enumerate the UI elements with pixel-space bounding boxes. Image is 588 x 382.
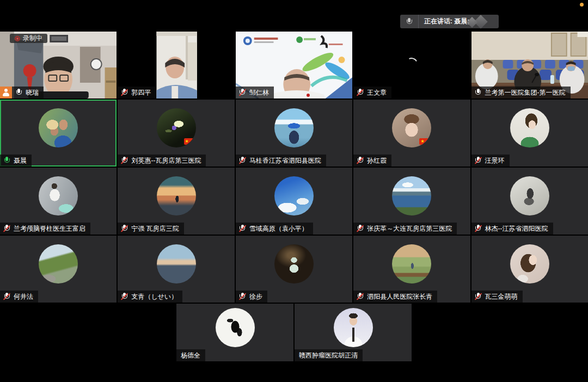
- avatar: [39, 176, 78, 215]
- nametag: 泗阳县人民医院张长青: [353, 291, 437, 303]
- participant-tile-wasanjinmengmeng[interactable]: 瓦三金萌萌: [471, 236, 588, 303]
- avatar: [39, 244, 78, 284]
- recording-badge: 录制中: [10, 34, 47, 43]
- avatar: [510, 176, 549, 215]
- participant-tile-ningqiang[interactable]: 宁强 瓦房店三院: [118, 168, 234, 235]
- participant-tile-liuyinghui[interactable]: 刘英惠--瓦房店第三医院: [118, 100, 234, 167]
- participant-tile-xiaorui[interactable]: 录制中 晓瑞: [0, 32, 117, 98]
- participant-tile-guosiping[interactable]: 郭四平: [118, 32, 234, 98]
- participant-name: 何井法: [14, 292, 33, 301]
- meeting-window: 正在讲话: 聂晨;: [0, 0, 588, 382]
- participant-name: 瓦三金萌萌: [485, 292, 518, 301]
- avatar: [510, 244, 549, 284]
- mic-muted-icon: [357, 225, 364, 232]
- participant-name: 杨德全: [181, 351, 200, 360]
- record-icon: [15, 36, 20, 41]
- mic-muted-icon: [239, 225, 246, 232]
- recording-label: 录制中: [23, 34, 42, 43]
- nametag: 孙红霞: [353, 155, 391, 167]
- participant-tile-wangjinghuan[interactable]: 汪景环: [471, 100, 588, 167]
- avatar: [216, 308, 255, 347]
- participant-name: 刘英惠--瓦房店第三医院: [131, 156, 201, 165]
- participant-tile-wangwenzhang[interactable]: 王文章: [353, 32, 470, 98]
- microphone-icon: [400, 15, 419, 28]
- connecting-spinner-icon: [404, 56, 419, 71]
- nametag: 马桂香江苏省泗阳县医院: [236, 155, 326, 167]
- participant-tile-xueyugaoyuan[interactable]: 雪域高原（袁小平）: [236, 168, 352, 235]
- participant-name: 兰考颅脑脊柱医生王富启: [14, 224, 85, 233]
- china-flag-badge: [184, 138, 193, 145]
- nametag: 徐步: [236, 291, 267, 303]
- now-speaking-banner[interactable]: 正在讲话: 聂晨;: [400, 15, 499, 28]
- nametag: 聂晨: [0, 155, 32, 167]
- avatar: [274, 176, 314, 215]
- participant-name: 张庆革～大连瓦房店第三医院: [367, 224, 452, 233]
- avatar: [157, 176, 196, 215]
- avatar: [274, 108, 314, 147]
- mic-muted-icon: [239, 293, 246, 300]
- participant-name: 汪景环: [485, 156, 505, 165]
- participant-name: 王文章: [367, 88, 387, 97]
- nametag: 杨德全: [176, 349, 205, 361]
- participant-name: 晓瑞: [26, 88, 39, 97]
- host-icon: [0, 87, 12, 98]
- nametag: 兰考第一医院集团-第一医院: [471, 87, 571, 98]
- participant-tile-sunhongxia[interactable]: 孙红霞: [353, 100, 470, 167]
- mic-muted-icon: [121, 225, 128, 232]
- now-speaking-text: 正在讲话: 聂晨;: [419, 17, 469, 26]
- participant-name: 马桂香江苏省泗阳县医院: [249, 156, 321, 165]
- mic-muted-icon: [357, 293, 364, 300]
- participant-name: 郭四平: [131, 88, 151, 97]
- mic-on-icon: [15, 89, 22, 96]
- mic-muted-icon: [475, 225, 482, 232]
- participant-name: 兰考第一医院集团-第一医院: [485, 88, 566, 97]
- mic-muted-icon: [475, 293, 482, 300]
- avatar: [157, 244, 196, 284]
- mic-muted-icon: [3, 225, 10, 232]
- nametag: 瓦三金萌萌: [471, 291, 523, 303]
- participant-tile-huzhengqing[interactable]: 赣西肿瘤医院胡正清: [295, 304, 412, 361]
- participant-tile-zhangqingge[interactable]: 张庆革～大连瓦房店第三医院: [353, 168, 470, 235]
- participant-name: 支青（しせい）: [131, 292, 177, 301]
- participant-name: 邹仁林: [249, 88, 269, 97]
- nametag: 邹仁林: [236, 87, 274, 98]
- nametag: 兰考颅脑脊柱医生王富启: [0, 223, 90, 235]
- participant-name: 孙红霞: [367, 156, 387, 165]
- participant-tile-zhangchangqing[interactable]: 泗阳县人民医院张长青: [353, 236, 470, 303]
- mic-muted-icon: [121, 89, 128, 96]
- mic-muted-icon: [357, 157, 364, 164]
- participant-name: 宁强 瓦房店三院: [131, 224, 179, 233]
- participant-tile-lankao-hospital[interactable]: 兰考第一医院集团-第一医院: [471, 32, 588, 98]
- participant-tile-hejingfa[interactable]: 何井法: [0, 236, 117, 303]
- nametag: 何井法: [0, 291, 38, 303]
- participant-grid: 录制中 晓瑞 郭四平: [0, 32, 588, 303]
- mic-active-icon: [3, 157, 10, 164]
- avatar: [392, 176, 431, 215]
- participant-tile-linjie[interactable]: 林杰--江苏省泗阳医院: [471, 168, 588, 235]
- nametag: 宁强 瓦房店三院: [118, 223, 183, 235]
- nametag: 郭四平: [118, 87, 156, 98]
- nametag: 支青（しせい）: [118, 291, 182, 303]
- mic-muted-icon: [3, 293, 10, 300]
- nametag: 晓瑞: [0, 87, 44, 98]
- avatar: [39, 108, 78, 147]
- participant-tile-wangfuqi[interactable]: 兰考颅脑脊柱医生王富启: [0, 168, 117, 235]
- participant-name: 赣西肿瘤医院胡正清: [299, 351, 358, 360]
- avatar: [157, 108, 196, 147]
- nametag: 雪域高原（袁小平）: [236, 223, 313, 235]
- china-flag-badge: [419, 138, 428, 145]
- participant-tile-niechen[interactable]: 聂晨: [0, 100, 117, 167]
- participant-tile-xubu[interactable]: 徐步: [236, 236, 352, 303]
- participant-tile-yangdequan[interactable]: 杨德全: [176, 304, 293, 361]
- participant-name: 林杰--江苏省泗阳医院: [485, 224, 548, 233]
- mic-muted-icon: [475, 157, 482, 164]
- participant-tile-zhiqing[interactable]: 支青（しせい）: [118, 236, 234, 303]
- avatar: [274, 244, 314, 284]
- camera-active-dot: [580, 3, 584, 7]
- avatar: [334, 308, 373, 347]
- participant-name: 雪域高原（袁小平）: [249, 224, 308, 233]
- participant-tile-zourenlin[interactable]: 邹仁林: [236, 32, 352, 98]
- avatar: [392, 244, 431, 284]
- participant-name: 聂晨: [14, 156, 27, 165]
- participant-tile-maguixiang[interactable]: 马桂香江苏省泗阳县医院: [236, 100, 352, 167]
